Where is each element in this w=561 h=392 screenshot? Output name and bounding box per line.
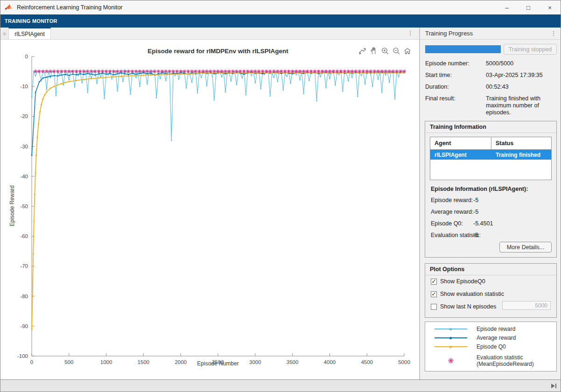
- training-stopped-button[interactable]: Training stopped: [504, 44, 557, 55]
- last-n-episodes-input[interactable]: [502, 301, 551, 310]
- duration-label: Duration:: [425, 84, 449, 90]
- episode-reward-value: -5: [473, 197, 478, 203]
- agent-column-header: Agent: [430, 140, 491, 147]
- agent-status-table: Agent Status rILSPIAgent Training finish…: [430, 137, 552, 180]
- legend-asterisk-icon: [425, 357, 477, 364]
- training-information-box: Training Information Agent Status rILSPI…: [425, 121, 557, 258]
- legend-label: Average reward: [477, 335, 516, 341]
- panel-menu-icon[interactable]: ⋮: [549, 29, 558, 38]
- evaluation-statistic-value: -5: [473, 232, 478, 238]
- progress-bar: [425, 45, 501, 53]
- svg-text:-40: -40: [20, 174, 28, 179]
- svg-text:-80: -80: [20, 294, 28, 299]
- agent-cell: rILSPIAgent: [430, 152, 491, 158]
- legend-entry: Episode reward: [425, 326, 556, 332]
- final-result-value: Training finished with maximum number of…: [486, 95, 557, 116]
- minimize-button[interactable]: –: [496, 0, 518, 14]
- checkbox-icon[interactable]: ✓: [431, 291, 437, 297]
- checkbox-icon[interactable]: ✓: [431, 279, 437, 285]
- restore-view-icon[interactable]: [403, 46, 412, 55]
- svg-text:-60: -60: [20, 233, 28, 239]
- legend-entry: Evaluation statistic(MeanEpisodeReward): [425, 353, 556, 369]
- pan-icon[interactable]: [369, 46, 378, 55]
- training-information-title: Training Information: [425, 121, 556, 133]
- tab-bar-menu-icon[interactable]: ⋮: [406, 28, 415, 38]
- maximize-button[interactable]: □: [518, 0, 539, 14]
- checkbox-icon[interactable]: [431, 304, 437, 310]
- start-time-value: 03-Apr-2025 17:39:35: [486, 72, 557, 79]
- checkbox-label: Show evaluation statistic: [440, 291, 504, 297]
- axes-toolbar: [358, 46, 412, 55]
- y-axis-label: Episode Reward: [9, 178, 15, 234]
- episode-q0-value: -5.4501: [473, 220, 493, 227]
- document-tab-bar: ≡ rILSPIAgent ⋮: [0, 28, 419, 40]
- ribbon-tab-training-monitor[interactable]: TRAINING MONITOR: [0, 18, 57, 24]
- plot-options-title: Plot Options: [425, 264, 556, 275]
- matlab-logo: [5, 4, 13, 11]
- window-title: Reinforcement Learning Training Monitor: [17, 4, 123, 11]
- ribbon: TRAINING MONITOR: [0, 14, 561, 28]
- export-icon[interactable]: [358, 46, 367, 55]
- episode-information-title: Episode Information (rILSPIAgent):: [431, 186, 528, 192]
- checkbox-label: Show EpisodeQ0: [440, 278, 485, 285]
- window-controls: – □ ×: [496, 0, 561, 14]
- plot-options-box: Plot Options ✓Show EpisodeQ0✓Show evalua…: [425, 263, 557, 318]
- svg-text:-50: -50: [20, 203, 28, 209]
- legend-entry: Episode Q0: [425, 343, 556, 350]
- expand-panel-icon[interactable]: [549, 382, 558, 390]
- svg-text:-100: -100: [17, 353, 28, 359]
- episode-q0-label: Episode Q0:: [431, 220, 463, 227]
- chart-title: Episode reward for rIMDPEnv with rILSPIA…: [32, 48, 404, 55]
- tab-label: rILSPIAgent: [14, 31, 45, 37]
- legend-entry: Average reward: [425, 335, 556, 341]
- titlebar: Reinforcement Learning Training Monitor …: [0, 0, 561, 14]
- chart-canvas[interactable]: 0-10-20-30-40-50-60-70-80-90-10005001000…: [0, 40, 419, 379]
- status-bar: [0, 379, 561, 392]
- duration-value: 00:52:43: [486, 84, 557, 91]
- svg-text:-30: -30: [20, 144, 28, 149]
- average-reward-label: Average reward:: [431, 209, 474, 215]
- panel-header: Training Progress ⋮: [420, 28, 561, 40]
- episode-number-value: 5000/5000: [486, 60, 557, 67]
- legend-label: Episode Q0: [477, 343, 506, 350]
- legend-line-dot-icon: [425, 329, 477, 329]
- svg-text:-70: -70: [20, 263, 28, 269]
- episode-number-label: Episode number:: [425, 60, 470, 67]
- legend-line-dot-icon: [425, 346, 477, 347]
- svg-text:0: 0: [25, 54, 28, 59]
- legend-box: Episode rewardAverage rewardEpisode Q0Ev…: [425, 322, 557, 371]
- checkbox-label: Show last N episodes: [440, 303, 496, 310]
- plot-option-row: ✓Show evaluation statistic: [431, 291, 504, 297]
- zoom-in-icon[interactable]: [380, 46, 389, 55]
- close-button[interactable]: ×: [539, 0, 561, 14]
- plot-option-row: ✓Show EpisodeQ0: [431, 278, 485, 285]
- svg-text:-20: -20: [20, 113, 28, 119]
- svg-text:-90: -90: [20, 323, 28, 329]
- table-header-row: Agent Status: [430, 137, 551, 150]
- tab-rilspiagent[interactable]: rILSPIAgent: [8, 28, 51, 39]
- legend-label: Evaluation statistic(MeanEpisodeReward): [477, 354, 534, 367]
- x-axis-label: Episode Number: [32, 360, 404, 367]
- training-progress-panel: Training Progress ⋮ Training stopped Epi…: [419, 28, 561, 379]
- svg-text:-10: -10: [20, 84, 28, 89]
- status-column-header: Status: [491, 137, 551, 149]
- figure-panel: 0-10-20-30-40-50-60-70-80-90-10005001000…: [0, 40, 419, 379]
- average-reward-value: -5: [473, 209, 478, 215]
- tab-grip-icon[interactable]: ≡: [0, 28, 9, 39]
- status-cell: Training finished: [491, 150, 551, 160]
- table-row[interactable]: rILSPIAgent Training finished: [430, 150, 551, 160]
- final-result-label: Final result:: [425, 95, 456, 102]
- plot-option-row: Show last N episodes: [431, 303, 496, 310]
- rl-training-monitor-window: { "window": { "title": "Reinforcement Le…: [0, 0, 561, 392]
- episode-reward-label: Episode reward:: [431, 197, 473, 203]
- legend-line-dot-icon: [425, 337, 477, 338]
- panel-title: Training Progress: [425, 30, 473, 37]
- legend-label: Episode reward: [477, 326, 515, 332]
- more-details-button[interactable]: More Details...: [499, 242, 552, 252]
- zoom-out-icon[interactable]: [392, 46, 400, 55]
- start-time-label: Start time:: [425, 72, 452, 78]
